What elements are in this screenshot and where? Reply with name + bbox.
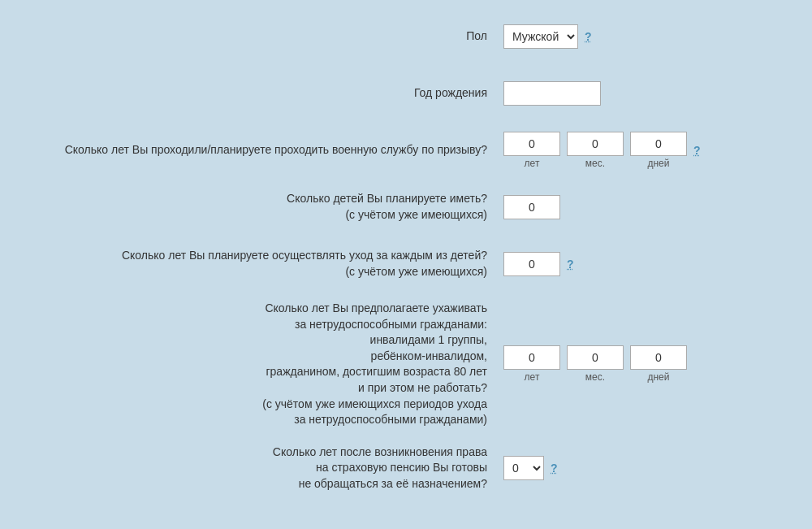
military-years-label: лет	[525, 158, 540, 169]
pension-delay-select[interactable]: 0 1 2 3 4 5 6 7 8 9 10	[503, 456, 544, 480]
children-care-help-icon[interactable]: ?	[567, 258, 574, 271]
disability-years-label: лет	[525, 371, 540, 383]
military-help-icon[interactable]: ?	[693, 144, 701, 157]
disability-care-controls: лет мес. дней	[503, 345, 687, 383]
disability-months-label: мес.	[585, 371, 605, 383]
main-container: Пол Мужской Женский ? Год рождения Сколь…	[0, 0, 812, 525]
disability-care-row: Сколько лет Вы предполагаете ухаживать з…	[32, 301, 780, 428]
military-days-group: дней	[630, 132, 687, 169]
gender-select[interactable]: Мужской Женский	[503, 24, 578, 49]
military-days-input[interactable]	[630, 132, 687, 156]
disability-days-input[interactable]	[630, 345, 687, 370]
disability-years-group: лет	[503, 345, 560, 383]
pension-delay-label: Сколько лет после возникновения права на…	[32, 444, 503, 492]
military-days-label: дней	[647, 158, 669, 169]
disability-triple-inputs: лет мес. дней	[503, 345, 687, 383]
disability-days-group: дней	[630, 345, 687, 383]
birth-year-controls	[503, 81, 601, 106]
children-care-row: Сколько лет Вы планируете осуществлять у…	[32, 244, 780, 284]
disability-care-label: Сколько лет Вы предполагаете ухаживать з…	[32, 301, 503, 428]
disability-days-label: дней	[647, 371, 669, 383]
military-months-input[interactable]	[567, 132, 624, 156]
birth-year-row: Год рождения	[32, 73, 780, 114]
children-count-controls	[503, 195, 560, 219]
military-months-label: мес.	[585, 158, 605, 169]
gender-controls: Мужской Женский ?	[503, 24, 592, 49]
children-count-input[interactable]	[503, 195, 560, 219]
military-years-input[interactable]	[503, 132, 560, 156]
children-care-input[interactable]	[503, 252, 560, 276]
pension-delay-row: Сколько лет после возникновения права на…	[32, 444, 780, 492]
pension-delay-controls: 0 1 2 3 4 5 6 7 8 9 10 ?	[503, 456, 558, 480]
military-service-label: Сколько лет Вы проходили/планируете прох…	[32, 142, 503, 158]
disability-years-input[interactable]	[503, 345, 560, 370]
children-care-label: Сколько лет Вы планируете осуществлять у…	[32, 248, 503, 280]
military-service-controls: лет мес. дней ?	[503, 132, 701, 169]
military-months-group: мес.	[567, 132, 624, 169]
gender-row: Пол Мужской Женский ?	[32, 16, 780, 57]
gender-help-icon[interactable]: ?	[585, 30, 592, 43]
pension-delay-help-icon[interactable]: ?	[551, 462, 558, 475]
military-years-group: лет	[503, 132, 560, 169]
birth-year-input[interactable]	[503, 81, 601, 106]
disability-months-input[interactable]	[567, 345, 624, 370]
gender-label: Пол	[32, 28, 503, 45]
children-count-row: Сколько детей Вы планируете иметь? (с уч…	[32, 187, 780, 228]
military-service-row: Сколько лет Вы проходили/планируете прох…	[32, 130, 780, 171]
military-triple-inputs: лет мес. дней	[503, 132, 687, 169]
children-count-label: Сколько детей Вы планируете иметь? (с уч…	[32, 191, 503, 223]
disability-months-group: мес.	[567, 345, 624, 383]
birth-year-label: Год рождения	[32, 85, 503, 102]
children-care-controls: ?	[503, 252, 574, 276]
